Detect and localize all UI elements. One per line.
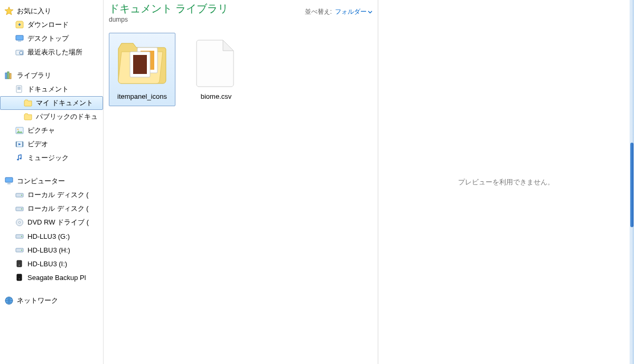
- downloads-icon: [15, 20, 24, 30]
- external-drive-icon: [15, 273, 24, 282]
- svg-point-16: [20, 158, 22, 160]
- file-list: itempanel_icons biome.csv: [109, 33, 372, 106]
- file-item-folder[interactable]: itempanel_icons: [109, 33, 175, 106]
- sidebar-item-documents[interactable]: ドキュメント: [0, 82, 103, 96]
- label: 最近表示した場所: [27, 48, 82, 57]
- sidebar-item-dvd-drive[interactable]: DVD RW ドライブ (: [0, 216, 103, 229]
- scrollbar-thumb[interactable]: [630, 143, 633, 227]
- content-header: ドキュメント ライブラリ dumps 並べ替え: フォルダー: [109, 0, 372, 23]
- content-pane: ドキュメント ライブラリ dumps 並べ替え: フォルダー: [104, 0, 378, 364]
- scrollbar-track[interactable]: [630, 0, 634, 364]
- svg-rect-12: [16, 142, 17, 147]
- svg-point-22: [21, 209, 22, 210]
- network-icon: [4, 296, 14, 305]
- sidebar-item-drive-h[interactable]: HD-LBU3 (H:): [0, 243, 103, 257]
- svg-point-24: [18, 221, 21, 223]
- svg-point-30: [19, 265, 20, 266]
- recent-icon: [15, 48, 24, 57]
- svg-rect-31: [17, 274, 22, 281]
- svg-rect-7: [10, 73, 11, 79]
- sidebar-item-public-documents[interactable]: パブリックのドキュ: [0, 110, 103, 124]
- label: パブリックのドキュ: [36, 112, 98, 122]
- hdd-icon: [15, 190, 24, 200]
- hdd-icon: [15, 204, 24, 213]
- label: DVD RW ドライブ (: [27, 218, 89, 227]
- sidebar-libraries-header[interactable]: ライブラリ: [0, 69, 103, 82]
- sidebar-item-recent[interactable]: 最近表示した場所: [0, 45, 103, 59]
- library-title: ドキュメント ライブラリ: [109, 2, 228, 15]
- hdd-icon: [15, 245, 24, 255]
- sidebar-item-drive-i[interactable]: HD-LBU3 (I:): [0, 257, 103, 270]
- external-drive-icon: [15, 259, 24, 268]
- sort-label: 並べ替え:: [305, 7, 332, 16]
- svg-rect-17: [5, 178, 13, 182]
- sort-dropdown[interactable]: フォルダー: [335, 7, 372, 16]
- label: HD-LBU3 (H:): [27, 246, 70, 254]
- svg-rect-37: [133, 55, 147, 74]
- label: コンピューター: [17, 176, 65, 186]
- label: ライブラリ: [17, 71, 51, 80]
- svg-rect-1: [16, 35, 23, 40]
- label: お気に入り: [17, 6, 51, 16]
- svg-point-32: [19, 278, 20, 279]
- svg-point-15: [17, 159, 19, 161]
- sidebar-item-music[interactable]: ミュージック: [0, 151, 103, 165]
- sidebar-item-downloads[interactable]: ダウンロード: [0, 18, 103, 32]
- file-thumb-icon: [190, 36, 243, 89]
- sidebar-item-my-documents[interactable]: マイ ドキュメント: [0, 96, 103, 110]
- navigation-pane: お気に入り ダウンロード デスクトップ 最近表示した場所 ライブラリ ドキュメン…: [0, 0, 104, 364]
- folder-thumb-icon: [116, 36, 169, 89]
- label: ドキュメント: [27, 85, 69, 94]
- svg-rect-13: [22, 142, 23, 147]
- svg-point-26: [21, 236, 22, 237]
- svg-rect-29: [17, 260, 22, 267]
- svg-rect-8: [16, 86, 22, 92]
- folder-icon: [23, 112, 33, 122]
- label: マイ ドキュメント: [36, 98, 93, 108]
- sort-control: 並べ替え: フォルダー: [305, 2, 372, 16]
- label: デスクトップ: [27, 34, 69, 43]
- libraries-icon: [4, 71, 14, 80]
- label: ピクチャ: [27, 126, 55, 135]
- videos-icon: [15, 139, 24, 149]
- desktop-icon: [15, 34, 24, 43]
- svg-rect-18: [7, 183, 11, 184]
- folder-name: dumps: [109, 16, 228, 23]
- label: ミュージック: [27, 153, 69, 163]
- sidebar-item-local-disk-1[interactable]: ローカル ディスク (: [0, 202, 103, 216]
- sidebar-item-videos[interactable]: ビデオ: [0, 137, 103, 151]
- label: ローカル ディスク (: [27, 190, 89, 200]
- sidebar-favorites-header[interactable]: お気に入り: [0, 4, 103, 18]
- sidebar-item-drive-g[interactable]: HD-LLU3 (G:): [0, 229, 103, 243]
- label: ビデオ: [27, 139, 48, 149]
- sidebar-item-pictures[interactable]: ピクチャ: [0, 124, 103, 137]
- label: ネットワーク: [17, 296, 58, 305]
- main-area: ドキュメント ライブラリ dumps 並べ替え: フォルダー: [104, 0, 634, 364]
- label: HD-LBU3 (I:): [27, 260, 67, 268]
- sort-value: フォルダー: [335, 7, 367, 16]
- svg-marker-0: [5, 7, 13, 15]
- sidebar-item-seagate[interactable]: Seagate Backup Pl: [0, 270, 103, 284]
- sidebar-network-header[interactable]: ネットワーク: [0, 294, 103, 307]
- hdd-icon: [15, 231, 24, 241]
- svg-point-10: [17, 129, 19, 130]
- svg-rect-6: [7, 72, 9, 79]
- documents-icon: [15, 85, 24, 94]
- sidebar-item-local-disk-0[interactable]: ローカル ディスク (: [0, 188, 103, 202]
- label: ローカル ディスク (: [27, 204, 89, 213]
- label: Seagate Backup Pl: [27, 274, 86, 282]
- folder-icon: [23, 98, 33, 108]
- sidebar-item-desktop[interactable]: デスクトップ: [0, 32, 103, 45]
- preview-message: プレビューを利用できません。: [458, 178, 554, 187]
- chevron-down-icon: [368, 10, 372, 14]
- label: ダウンロード: [27, 20, 69, 30]
- sidebar-computer-header[interactable]: コンピューター: [0, 174, 103, 188]
- file-label: biome.csv: [183, 92, 249, 101]
- svg-point-20: [21, 195, 22, 196]
- music-icon: [15, 153, 24, 163]
- svg-rect-5: [5, 73, 7, 79]
- preview-pane: プレビューを利用できません。: [378, 0, 634, 364]
- svg-rect-2: [18, 41, 21, 42]
- star-icon: [4, 6, 14, 16]
- file-item-csv[interactable]: biome.csv: [183, 33, 249, 106]
